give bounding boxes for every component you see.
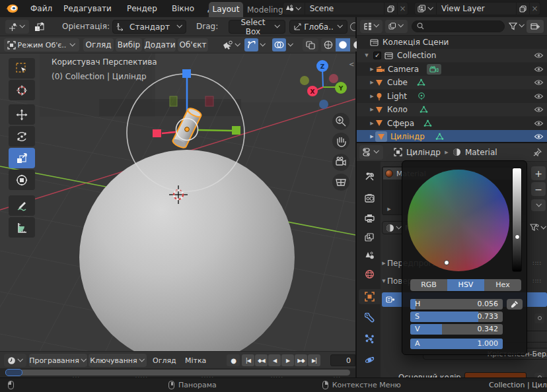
view-layer-remove-button[interactable]: ×	[530, 2, 540, 15]
tool-move[interactable]	[9, 104, 35, 125]
slot-list-expand[interactable]: ▶	[386, 207, 392, 212]
tab-physics[interactable]	[359, 352, 381, 368]
play-reverse-button[interactable]: ◀	[268, 354, 281, 366]
outliner-display-mode-dropdown[interactable]	[360, 20, 383, 33]
pan-button[interactable]	[332, 133, 349, 150]
keying-dropdown[interactable]: Ключування	[89, 354, 147, 367]
active-tool-fallback-button[interactable]	[5, 20, 29, 34]
eye-icon[interactable]	[534, 66, 544, 73]
panel-drag-handle[interactable]: ∷∷	[533, 278, 542, 284]
menu-view[interactable]: Огляд	[83, 38, 114, 51]
tab-modeling[interactable]: Modeling	[247, 3, 283, 17]
gizmo-plane-handle-green[interactable]	[170, 96, 177, 106]
value-slider[interactable]	[512, 168, 522, 272]
gizmo-x-axis[interactable]	[162, 132, 176, 133]
tool-scale[interactable]	[9, 148, 35, 168]
menu-window[interactable]: Вікно	[169, 4, 197, 13]
animate-dot[interactable]	[534, 373, 544, 378]
view-layer-name-field[interactable]: View Layer	[437, 2, 517, 15]
add-material-slot-button[interactable]: +	[531, 166, 546, 180]
timeline-scrollbar[interactable]	[5, 370, 350, 376]
play-button[interactable]: ▶	[281, 354, 294, 366]
tab-world[interactable]	[359, 267, 381, 282]
tab-render[interactable]	[359, 191, 381, 206]
slider-hue[interactable]: H 0.056	[410, 299, 503, 310]
outliner-row-sphere[interactable]: ▶ Сфера	[357, 117, 547, 130]
show-object-types-dropdown[interactable]	[223, 38, 241, 51]
eye-icon[interactable]	[534, 93, 544, 100]
tool-cursor[interactable]	[9, 80, 35, 100]
breadcrumb-material[interactable]: Material	[465, 148, 497, 157]
slider-saturation[interactable]: S 0.733	[410, 311, 503, 322]
prev-keyframe-button[interactable]: ◆◀	[255, 354, 268, 366]
jump-start-button[interactable]: |◀	[242, 354, 254, 366]
tab-rgb[interactable]: RGB	[410, 279, 447, 291]
tool-select-box[interactable]	[9, 58, 35, 79]
scene-unlink-button[interactable]: ×	[398, 2, 408, 15]
eyedropper-button[interactable]	[507, 299, 523, 310]
tool-transform[interactable]	[9, 170, 35, 190]
tab-modifiers[interactable]	[359, 310, 381, 325]
menu-file[interactable]: Файл	[28, 4, 55, 13]
pin-icon[interactable]	[533, 148, 542, 156]
menu-object[interactable]: Об'єкт	[178, 38, 208, 51]
tab-output[interactable]	[359, 211, 381, 226]
tool-icon-scale[interactable]	[32, 20, 46, 34]
view-layer-new-button[interactable]	[517, 2, 530, 15]
disclosure-triangle[interactable]: ▶	[369, 94, 375, 99]
breadcrumb-object[interactable]: Циліндр	[406, 148, 441, 157]
view-layer-browse-button[interactable]	[414, 2, 437, 15]
editor-type-dropdown[interactable]	[4, 354, 26, 367]
disclosure-triangle[interactable]: ▶	[369, 121, 375, 126]
gizmo-y-axis[interactable]	[198, 130, 232, 131]
next-keyframe-button[interactable]: ▶◆	[295, 354, 307, 366]
gizmo-plane-handle-red[interactable]	[205, 96, 213, 106]
tool-measure[interactable]	[9, 217, 35, 238]
properties-editor-type-dropdown[interactable]	[359, 145, 383, 160]
outliner-row-light[interactable]: ▶ Light	[357, 90, 547, 103]
collection-checkbox[interactable]: ✓	[373, 51, 381, 59]
disclosure-triangle[interactable]: ▶	[369, 107, 375, 112]
remove-material-slot-button[interactable]: −	[531, 182, 546, 196]
outliner-row-cube[interactable]: ▶ Cube	[357, 76, 547, 89]
shading-wireframe-button[interactable]	[321, 38, 336, 51]
tab-tool[interactable]	[359, 168, 381, 183]
disclosure-triangle[interactable]: ▶	[369, 80, 375, 85]
tab-layout[interactable]: Layout	[209, 2, 243, 17]
shading-solid-button[interactable]	[336, 38, 350, 51]
animate-dot[interactable]	[534, 313, 544, 323]
sphere-object[interactable]	[79, 150, 295, 351]
value-slider-dot[interactable]	[515, 234, 520, 240]
material-specials-button[interactable]	[531, 199, 546, 211]
scene-browse-button[interactable]	[283, 2, 305, 15]
base-color-swatch[interactable]	[464, 372, 527, 377]
disclosure-triangle[interactable]: ▶	[369, 67, 375, 72]
playback-dropdown[interactable]: Програвання	[29, 354, 87, 367]
current-frame-field[interactable]: 0	[330, 354, 355, 366]
tab-hex[interactable]: Hex	[484, 279, 521, 291]
panel-drag-handle[interactable]: ∷∷	[533, 260, 542, 267]
tab-scene[interactable]	[359, 248, 381, 263]
outliner-row-collection[interactable]: ▼ ✓ Collection	[357, 49, 547, 62]
eye-icon[interactable]	[534, 106, 544, 113]
menu-select[interactable]: Вибір	[116, 38, 142, 51]
axis-ball-neg-z[interactable]	[319, 100, 328, 109]
scene-new-button[interactable]	[384, 2, 398, 15]
outliner-search-field[interactable]	[412, 20, 505, 32]
camera-view-button[interactable]	[332, 154, 349, 171]
record-button[interactable]: ●	[227, 354, 240, 366]
camera-data-badge[interactable]	[427, 64, 441, 75]
gizmo-y-handle[interactable]	[232, 126, 240, 135]
playhead-chip[interactable]	[5, 369, 22, 376]
tab-view-layer[interactable]	[359, 230, 381, 245]
eye-icon[interactable]	[534, 79, 544, 86]
scene-name-field[interactable]: Scene	[305, 2, 385, 15]
outliner-row-camera[interactable]: ▶ Camera	[357, 63, 547, 76]
eye-icon[interactable]	[534, 133, 544, 140]
tab-hsv[interactable]: HSV	[447, 279, 484, 291]
tab-particles[interactable]	[359, 331, 381, 346]
color-wheel[interactable]	[408, 170, 509, 271]
zoom-button[interactable]	[332, 113, 349, 130]
new-collection-button[interactable]	[527, 20, 544, 33]
outliner-row-cylinder[interactable]: ▶ Циліндр	[357, 130, 547, 142]
